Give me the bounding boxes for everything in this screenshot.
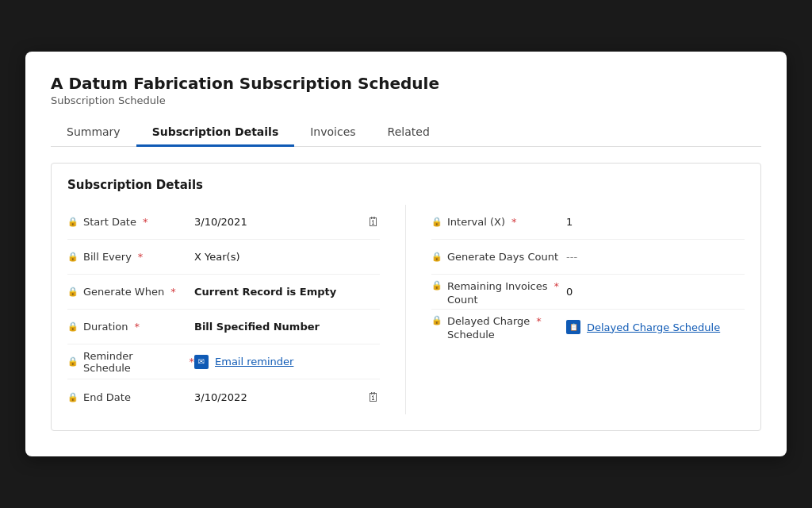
tab-summary[interactable]: Summary (51, 119, 136, 147)
lock-icon: 🔒 (431, 280, 442, 291)
end-date-row: 🔒 End Date 3/10/2022 🗓 (67, 379, 380, 414)
end-date-value[interactable]: 3/10/2022 🗓 (194, 390, 380, 405)
main-card: A Datum Fabrication Subscription Schedul… (25, 52, 787, 456)
reminder-schedule-value: ✉ Email reminder (194, 355, 380, 369)
required-marker: * (511, 216, 517, 228)
required-marker: * (553, 280, 559, 292)
required-marker: * (536, 315, 542, 327)
required-marker: * (138, 251, 144, 263)
interval-value[interactable]: 1 (566, 216, 745, 228)
duration-label: 🔒 Duration * (67, 321, 194, 333)
tab-invoices[interactable]: Invoices (294, 119, 371, 147)
interval-row: 🔒 Interval (X) * 1 (431, 205, 745, 240)
calendar-icon[interactable]: 🗓 (367, 390, 380, 405)
lock-icon: 🔒 (67, 356, 79, 367)
lock-icon: 🔒 (431, 217, 442, 227)
email-icon: ✉ (194, 355, 209, 369)
start-date-value[interactable]: 3/10/2021 🗓 (194, 214, 380, 229)
tab-related[interactable]: Related (372, 119, 446, 147)
page-title: A Datum Fabrication Subscription Schedul… (51, 74, 761, 93)
left-column: 🔒 Start Date * 3/10/2021 🗓 🔒 (67, 205, 406, 414)
duration-value[interactable]: Bill Specified Number (194, 321, 380, 333)
start-date-label: 🔒 Start Date * (67, 216, 194, 228)
lock-icon: 🔒 (67, 287, 79, 297)
lock-icon: 🔒 (431, 252, 442, 262)
lock-icon: 🔒 (431, 315, 442, 325)
delayed-charge-value: 📋 Delayed Charge Schedule (566, 320, 745, 334)
generate-when-row: 🔒 Generate When * Current Record is Empt… (67, 275, 380, 310)
start-date-row: 🔒 Start Date * 3/10/2021 🗓 (67, 205, 380, 240)
end-date-label: 🔒 End Date (67, 391, 194, 403)
lock-icon: 🔒 (67, 392, 79, 402)
tab-bar: Summary Subscription Details Invoices Re… (51, 119, 761, 147)
remaining-invoices-value[interactable]: 0 (566, 286, 745, 298)
delayed-charge-link[interactable]: Delayed Charge Schedule (587, 321, 745, 333)
fields-grid: 🔒 Start Date * 3/10/2021 🗓 🔒 (67, 205, 745, 414)
required-marker: * (143, 216, 148, 228)
delayed-charge-row: 🔒 Delayed Charge Schedule * 📋 Delayed Ch… (431, 310, 745, 344)
page-subtitle: Subscription Schedule (51, 94, 761, 106)
delayed-charge-label: 🔒 Delayed Charge Schedule * (431, 312, 566, 342)
generate-days-row: 🔒 Generate Days Count --- (431, 240, 745, 275)
generate-days-value: --- (566, 251, 745, 263)
reminder-schedule-row: 🔒 Reminder Schedule * ✉ Email reminder (67, 344, 380, 379)
bill-every-label: 🔒 Bill Every * (67, 251, 194, 263)
tab-subscription-details[interactable]: Subscription Details (136, 119, 295, 147)
generate-when-value[interactable]: Current Record is Empty (194, 286, 380, 298)
remaining-invoices-label: 🔒 Remaining Invoices Count * (431, 277, 566, 307)
calendar-icon[interactable]: 🗓 (367, 214, 380, 229)
email-reminder-link[interactable]: Email reminder (215, 356, 380, 368)
generate-days-label: 🔒 Generate Days Count (431, 251, 566, 263)
interval-label: 🔒 Interval (X) * (431, 216, 566, 228)
generate-when-label: 🔒 Generate When * (67, 286, 194, 298)
lock-icon: 🔒 (67, 321, 79, 332)
right-column: 🔒 Interval (X) * 1 🔒 Generate Days Count (406, 205, 745, 414)
bill-every-value[interactable]: X Year(s) (194, 251, 380, 263)
remaining-invoices-row: 🔒 Remaining Invoices Count * 0 (431, 275, 745, 310)
reminder-schedule-label: 🔒 Reminder Schedule * (67, 350, 194, 374)
delayed-charge-icon: 📋 (566, 320, 580, 334)
lock-icon: 🔒 (67, 252, 79, 262)
duration-row: 🔒 Duration * Bill Specified Number (67, 310, 380, 344)
bill-every-row: 🔒 Bill Every * X Year(s) (67, 240, 380, 275)
required-marker: * (134, 321, 140, 333)
subscription-details-section: Subscription Details 🔒 Start Date * 3/10… (51, 163, 761, 431)
lock-icon: 🔒 (67, 217, 79, 227)
section-title: Subscription Details (67, 178, 745, 192)
required-marker: * (170, 286, 176, 298)
